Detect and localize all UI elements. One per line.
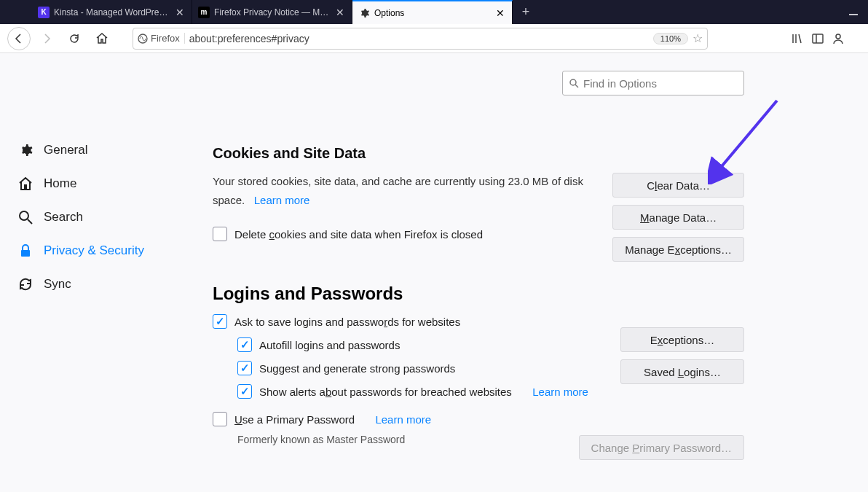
url-text: about:preferences#privacy bbox=[189, 33, 649, 44]
identity-box[interactable]: Firefox bbox=[138, 33, 185, 44]
saved-logins-button[interactable]: Saved Logins… bbox=[620, 359, 744, 384]
svg-line-9 bbox=[575, 85, 578, 87]
suggest-checkbox[interactable] bbox=[237, 361, 252, 375]
ask-save-label: Ask to save logins and passwords for web… bbox=[234, 316, 460, 328]
identity-label: Firefox bbox=[151, 33, 180, 44]
back-button[interactable] bbox=[7, 27, 31, 50]
tab-label: Options bbox=[374, 8, 490, 18]
sidebar-item-label: Search bbox=[44, 210, 83, 224]
tab-label: Kinsta - Managed WordPress Hosting bbox=[54, 7, 170, 17]
tab-favicon: K bbox=[38, 7, 50, 18]
tab-bar: K Kinsta - Managed WordPress Hosting ✕ m… bbox=[0, 0, 868, 24]
logins-buttons: Exceptions… Saved Logins… bbox=[620, 327, 744, 384]
nav-toolbar: Firefox about:preferences#privacy 110% ☆ bbox=[0, 24, 868, 53]
tab-kinsta[interactable]: K Kinsta - Managed WordPress Hosting ✕ bbox=[32, 0, 192, 24]
home-icon bbox=[17, 176, 33, 192]
sidebar-item-home[interactable]: Home bbox=[0, 167, 186, 200]
search-icon bbox=[569, 78, 579, 88]
firefox-icon bbox=[138, 34, 148, 44]
autofill-checkbox[interactable] bbox=[237, 337, 252, 352]
sidebar-item-label: Sync bbox=[44, 277, 71, 292]
library-icon[interactable] bbox=[791, 32, 804, 45]
search-placeholder: Find in Options bbox=[583, 77, 657, 90]
close-icon[interactable]: ✕ bbox=[174, 7, 186, 18]
svg-line-6 bbox=[28, 219, 32, 224]
sidebar-item-label: Home bbox=[44, 176, 76, 191]
svg-rect-0 bbox=[849, 14, 858, 15]
clear-data-button[interactable]: Clear Data… bbox=[612, 173, 744, 198]
home-button[interactable] bbox=[90, 27, 114, 50]
sidebar-item-label: General bbox=[44, 143, 87, 157]
gear-icon bbox=[358, 7, 370, 19]
learn-more-link[interactable]: Learn more bbox=[375, 413, 431, 426]
new-tab-button[interactable]: + bbox=[513, 0, 539, 24]
cookies-description: Your stored cookies, site data, and cach… bbox=[213, 172, 591, 209]
delete-cookies-label: Delete cookies and site data when Firefo… bbox=[234, 228, 483, 241]
tab-favicon: m bbox=[198, 7, 210, 18]
sidebar-item-general[interactable]: General bbox=[0, 133, 186, 167]
learn-more-link[interactable]: Learn more bbox=[254, 194, 310, 206]
sidebar-item-privacy[interactable]: Privacy & Security bbox=[0, 234, 186, 268]
autofill-label: Autofill logins and passwords bbox=[259, 339, 400, 351]
alerts-checkbox[interactable] bbox=[237, 384, 252, 399]
svg-point-5 bbox=[20, 211, 28, 220]
sidebar-icon[interactable] bbox=[811, 32, 824, 45]
forward-button bbox=[35, 27, 58, 50]
window-minimize-icon[interactable] bbox=[849, 7, 859, 17]
content-area: Find in Options Cookies and Site Data Yo… bbox=[186, 53, 868, 492]
close-icon[interactable]: ✕ bbox=[494, 7, 506, 19]
section-heading: Cookies and Site Data bbox=[213, 145, 751, 162]
suggest-label: Suggest and generate strong passwords bbox=[259, 362, 455, 375]
sidebar: General Home Search Privacy & Security S… bbox=[0, 53, 186, 492]
sidebar-item-search[interactable]: Search bbox=[0, 200, 186, 234]
tab-label: Firefox Privacy Notice — Mozilla bbox=[214, 7, 330, 17]
delete-cookies-checkbox[interactable] bbox=[213, 227, 227, 241]
sidebar-item-sync[interactable]: Sync bbox=[0, 268, 186, 301]
cookies-buttons: Clear Data… Manage Data… Manage Exceptio… bbox=[612, 173, 744, 262]
alerts-label: Show alerts about passwords for breached… bbox=[259, 386, 512, 398]
ask-save-checkbox[interactable] bbox=[213, 314, 227, 329]
reload-button[interactable] bbox=[63, 27, 86, 50]
bookmark-star-icon[interactable]: ☆ bbox=[693, 31, 703, 45]
preferences-page: General Home Search Privacy & Security S… bbox=[0, 53, 868, 492]
manage-exceptions-button[interactable]: Manage Exceptions… bbox=[612, 237, 744, 262]
manage-data-button[interactable]: Manage Data… bbox=[612, 205, 744, 230]
change-password-row: Change Primary Password… bbox=[579, 435, 744, 460]
account-icon[interactable] bbox=[832, 32, 845, 45]
lock-icon bbox=[17, 243, 33, 259]
exceptions-button[interactable]: Exceptions… bbox=[620, 327, 744, 352]
search-input[interactable]: Find in Options bbox=[562, 71, 744, 95]
svg-rect-7 bbox=[21, 250, 30, 257]
tab-options[interactable]: Options ✕ bbox=[352, 0, 513, 24]
learn-more-link[interactable]: Learn more bbox=[532, 386, 588, 398]
svg-point-4 bbox=[836, 34, 840, 39]
sidebar-item-label: Privacy & Security bbox=[44, 243, 144, 258]
svg-point-8 bbox=[570, 79, 576, 85]
change-primary-password-button: Change Primary Password… bbox=[579, 435, 744, 460]
svg-rect-2 bbox=[813, 34, 823, 43]
primary-password-checkbox[interactable] bbox=[213, 412, 227, 426]
gear-icon bbox=[17, 142, 33, 158]
zoom-indicator[interactable]: 110% bbox=[653, 33, 688, 44]
sync-icon bbox=[17, 276, 33, 292]
close-icon[interactable]: ✕ bbox=[334, 7, 346, 18]
search-icon bbox=[17, 209, 33, 225]
url-bar[interactable]: Firefox about:preferences#privacy 110% ☆ bbox=[133, 28, 708, 50]
tab-mozilla[interactable]: m Firefox Privacy Notice — Mozilla ✕ bbox=[192, 0, 352, 24]
primary-password-label: Use a Primary Password bbox=[234, 413, 355, 426]
section-heading: Logins and Passwords bbox=[213, 284, 751, 304]
